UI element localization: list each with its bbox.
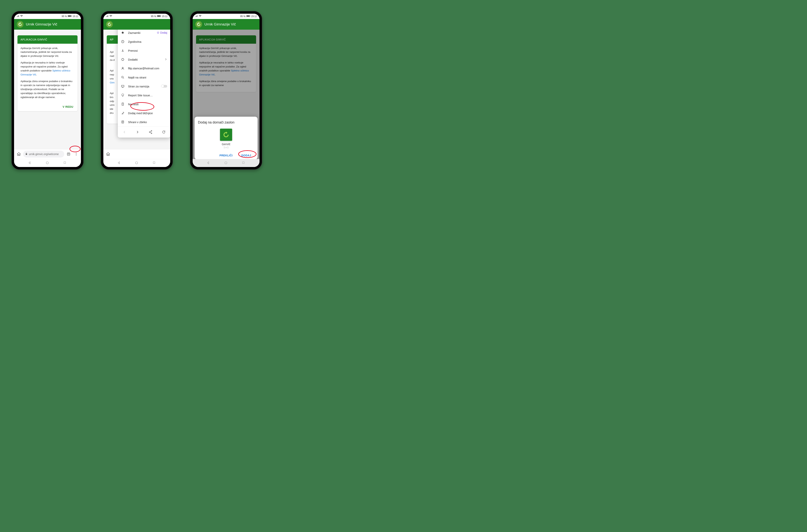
card-header: APLIKACIJA GIMVIČ — [18, 35, 77, 44]
wifi-icon — [199, 15, 201, 18]
modal-app-icon — [220, 129, 232, 141]
card-paragraph-1: Aplikacija GimVič prikazuje urnik, nadom… — [20, 46, 75, 58]
menu-account[interactable]: filip.stamcar@hotmail.com — [118, 64, 170, 73]
battery-percent: 95 % — [62, 15, 67, 18]
svg-point-16 — [121, 76, 123, 78]
share-icon[interactable] — [149, 130, 153, 134]
download-icon — [121, 49, 124, 53]
menu-report-issue[interactable]: Report Site Issue… — [118, 91, 170, 100]
menu-addons[interactable]: Dodatki — [118, 55, 170, 64]
svg-rect-2 — [68, 15, 71, 17]
nav-forward-arrow-icon[interactable] — [135, 130, 140, 134]
svg-rect-27 — [247, 15, 249, 17]
lock-icon — [25, 153, 28, 156]
svg-point-7 — [76, 154, 77, 154]
svg-point-21 — [151, 131, 152, 131]
signal-icon — [106, 15, 109, 18]
desktop-toggle[interactable] — [161, 85, 167, 88]
svg-point-22 — [151, 133, 152, 134]
modal-app-name: GimVič — [222, 143, 230, 146]
bookmark-add-button[interactable]: Dodaj — [157, 31, 167, 34]
menu-add-shortcut[interactable]: Dodaj med bližnjice — [118, 109, 170, 118]
menu-history[interactable]: Zgodovina — [118, 37, 170, 46]
svg-point-9 — [46, 162, 49, 164]
search-icon — [121, 75, 124, 79]
nav-home-icon[interactable] — [135, 161, 139, 165]
battery-icon — [157, 15, 161, 18]
menu-install[interactable]: Namesti — [118, 100, 170, 109]
nav-back-icon[interactable] — [117, 161, 121, 165]
app-title: Urnik Gimnazije Vič — [26, 22, 57, 26]
nav-back-icon[interactable] — [28, 161, 32, 165]
svg-point-28 — [225, 162, 227, 164]
svg-rect-13 — [157, 15, 160, 17]
add-to-homescreen-modal: Dodaj na domači zaslon GimVič 1 x 1 PREK… — [194, 117, 257, 159]
app-logo-icon — [195, 21, 202, 28]
app-header — [103, 19, 170, 30]
nav-back-arrow-icon[interactable] — [122, 130, 127, 134]
app-logo-icon — [106, 21, 113, 28]
svg-point-6 — [76, 153, 77, 153]
reader-mode-button[interactable] — [65, 151, 72, 157]
svg-rect-24 — [153, 162, 155, 164]
app-logo-icon — [17, 21, 23, 28]
menu-desktop-site[interactable]: Stran za namizja — [118, 82, 170, 91]
signal-icon — [17, 15, 19, 18]
card-paragraph-3: Aplikacija zbira omejene podatke o brska… — [20, 79, 75, 99]
ok-button[interactable]: V REDU — [61, 105, 75, 109]
home-button[interactable] — [16, 151, 22, 157]
clock-time: 15:12 — [162, 15, 168, 18]
status-bar: 95 % 15:12 — [103, 14, 170, 19]
user-icon — [121, 66, 124, 70]
svg-point-15 — [122, 67, 123, 69]
browser-url-bar: urnik.gimvic.org/welcome — [14, 149, 81, 159]
svg-point-20 — [149, 132, 150, 132]
pin-icon — [121, 111, 124, 115]
svg-rect-26 — [250, 16, 250, 17]
status-bar: 95 % 15:12 — [14, 14, 81, 19]
menu-find[interactable]: Najdi na strani — [118, 73, 170, 82]
android-nav-bar — [14, 159, 81, 167]
android-nav-bar — [103, 159, 170, 167]
browser-dropdown-menu: Nov zavihek Zaznamki Dodaj — [118, 30, 170, 137]
nav-home-icon[interactable] — [224, 161, 228, 165]
external-link[interactable]: Gim — [110, 81, 115, 84]
clock-time: 15:12 — [73, 15, 78, 18]
menu-save-collection[interactable]: Shrani v zbirko — [118, 118, 170, 127]
battery-percent: 95 % — [240, 15, 246, 18]
welcome-card: APLIKACIJA GIMVIČ Aplikacija GimVič prik… — [18, 35, 77, 111]
svg-rect-17 — [121, 85, 124, 87]
star-icon — [121, 31, 124, 35]
app-header: Urnik Gimnazije Vič — [14, 19, 81, 30]
android-nav-bar — [193, 159, 260, 167]
lightbulb-icon — [121, 93, 124, 97]
status-bar: 95 % 15:12 — [193, 14, 260, 19]
modal-cancel-button[interactable]: PREKLIČI — [218, 154, 234, 157]
battery-icon — [246, 15, 250, 18]
card-paragraph-2: Aplikacija je neuradna in lahko vsebuje … — [20, 61, 75, 77]
signal-icon — [195, 15, 198, 18]
url-field[interactable]: urnik.gimvic.org/welcome — [23, 151, 64, 157]
modal-add-button[interactable]: DODAJ — [240, 154, 252, 157]
browser-menu-button[interactable] — [73, 151, 79, 157]
svg-rect-12 — [160, 16, 161, 17]
nav-home-icon[interactable] — [45, 161, 50, 165]
puzzle-icon — [121, 58, 124, 61]
collection-icon — [121, 120, 124, 124]
desktop-icon — [121, 84, 124, 88]
app-header: Urnik Gimnazije Vič — [193, 19, 260, 30]
battery-percent: 95 % — [151, 15, 156, 18]
nav-back-icon[interactable] — [207, 161, 210, 165]
nav-recent-icon[interactable] — [63, 161, 67, 165]
home-button[interactable] — [105, 151, 111, 157]
browser-url-bar — [103, 149, 170, 159]
dropdown-footer — [118, 127, 170, 137]
svg-rect-5 — [68, 154, 69, 154]
nav-recent-icon[interactable] — [153, 161, 156, 165]
menu-downloads[interactable]: Prenosi — [118, 46, 170, 55]
app-title: Urnik Gimnazije Vič — [205, 22, 236, 26]
menu-bookmarks[interactable]: Zaznamki Dodaj — [118, 30, 170, 37]
nav-recent-icon[interactable] — [242, 161, 246, 165]
reload-icon[interactable] — [162, 130, 166, 134]
wifi-icon — [20, 15, 23, 18]
